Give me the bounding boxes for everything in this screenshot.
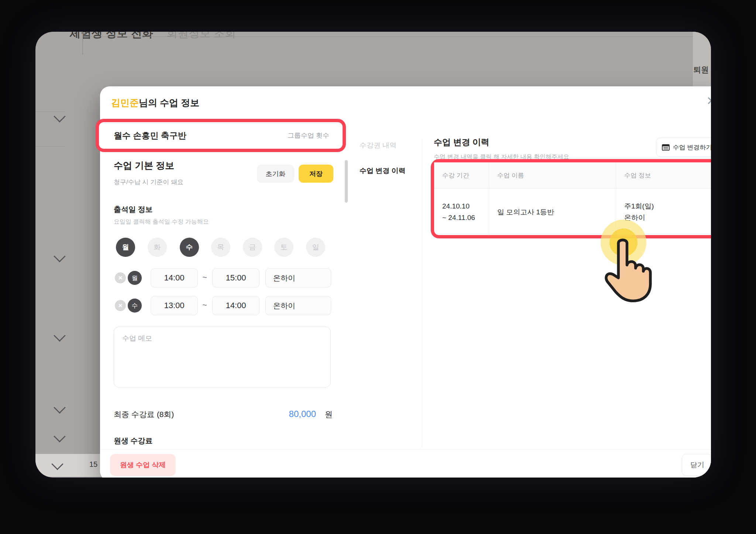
- fee-unit: 원: [325, 409, 333, 420]
- tab-change-history[interactable]: 수업 변경 이력: [360, 166, 406, 176]
- end-time-input[interactable]: 15:00: [212, 268, 260, 287]
- col-name-header: 수업 이름: [489, 162, 616, 188]
- table-row[interactable]: 24.10.10 ~ 24.11.06 일 모의고사 1등반 주1회(일) 온하…: [434, 189, 711, 235]
- final-fee-amount: 80,000: [289, 409, 316, 419]
- change-class-button[interactable]: 수업 변경하기: [656, 138, 711, 157]
- reset-button[interactable]: 초기화: [257, 165, 294, 183]
- place-input[interactable]: 온하이: [265, 268, 331, 287]
- background-divider: [82, 32, 83, 55]
- schedule-day-badge: 수: [128, 299, 142, 313]
- cell-class-name: 일 모의고사 1등반: [489, 189, 616, 235]
- end-time-input[interactable]: 14:00: [212, 296, 260, 315]
- close-icon[interactable]: ×: [707, 93, 711, 108]
- time-separator: ~: [202, 273, 207, 282]
- remove-schedule-icon[interactable]: ×: [115, 300, 126, 311]
- delete-class-button[interactable]: 원생 수업 삭제: [110, 454, 176, 476]
- scrollbar-thumb[interactable]: [345, 160, 348, 203]
- app-screen: 체험생 정보 전화 회원정보 조회 퇴원 이메 학교/ 출석 픽업차 -월-일: [35, 32, 711, 478]
- student-name-highlight: 김민준: [111, 97, 139, 108]
- cell-period: 24.10.10 ~ 24.11.06: [434, 189, 489, 235]
- final-fee-label: 최종 수강료 (8회): [114, 409, 289, 420]
- screenshot-root: 체험생 정보 전화 회원정보 조회 퇴원 이메 학교/ 출석 픽업차 -월-일: [0, 0, 756, 534]
- class-name: 월수 손흥민 축구반: [114, 130, 186, 141]
- place-input[interactable]: 온하이: [265, 296, 331, 315]
- history-title: 수업 변경 이력: [434, 137, 489, 148]
- day-toggle-sun[interactable]: 일: [306, 238, 325, 257]
- remove-schedule-icon[interactable]: ×: [115, 272, 126, 283]
- calendar-icon: [662, 144, 670, 151]
- col-period-header: 수강 기간: [434, 162, 489, 188]
- col-info-header: 수업 정보: [616, 162, 711, 188]
- schedule-day-badge: 월: [128, 271, 142, 285]
- row-number: 15: [89, 460, 97, 469]
- class-info-modal: 김민준님의 수업 정보 × 월수 손흥민 축구반 그룹수업 횟수 수업 기본 정…: [100, 86, 711, 478]
- tab-pass-history[interactable]: 수강권 내역: [360, 141, 396, 150]
- panel-divider: [422, 139, 422, 447]
- group-lesson-count-label: 그룹수업 횟수: [288, 131, 329, 140]
- day-toggle-sat[interactable]: 토: [274, 238, 293, 257]
- chevron-down-icon[interactable]: [54, 402, 66, 414]
- class-banner-highlight[interactable]: 월수 손흥민 축구반 그룹수업 횟수: [96, 119, 346, 152]
- attendance-title: 출석일 정보: [114, 204, 153, 214]
- day-toggle-wed[interactable]: 수: [180, 238, 199, 257]
- day-toggle-fri[interactable]: 금: [243, 238, 262, 257]
- time-separator: ~: [202, 300, 207, 310]
- history-table[interactable]: 수강 기간 수업 이름 수업 정보 24.10.10 ~ 24.11.06 일 …: [434, 162, 711, 235]
- table-header-row: 수강 기간 수업 이름 수업 정보: [434, 162, 711, 189]
- basic-info-subtitle: 청구/수납 시 기준이 돼요: [114, 178, 183, 186]
- footer-divider: [100, 449, 711, 449]
- background-divider: [82, 37, 695, 37]
- bg-label-withdraw: 퇴원: [693, 65, 709, 75]
- background-title: 체험생 정보 전화: [69, 32, 153, 39]
- background-row-line: [35, 146, 65, 147]
- day-toggle-tue[interactable]: 화: [148, 238, 167, 257]
- attendance-subtitle: 요일일 클릭해 출석일 수정 가능해요: [114, 218, 209, 226]
- background-tab: 회원정보 조회: [166, 32, 236, 39]
- class-memo-textarea[interactable]: [114, 327, 331, 387]
- start-time-input[interactable]: 13:00: [151, 296, 198, 315]
- basic-info-title: 수업 기본 정보: [114, 159, 174, 172]
- chevron-down-icon[interactable]: [54, 110, 66, 123]
- history-table-highlight: 수강 기간 수업 이름 수업 정보 24.10.10 ~ 24.11.06 일 …: [431, 159, 711, 238]
- hand-cursor-icon: [599, 237, 662, 305]
- day-toggle-mon[interactable]: 월: [116, 238, 135, 257]
- student-fee-label: 원생 수강료: [114, 436, 153, 446]
- save-button[interactable]: 저장: [299, 165, 333, 183]
- start-time-input[interactable]: 14:00: [151, 268, 198, 287]
- modal-title: 김민준님의 수업 정보: [111, 97, 199, 109]
- final-fee-row: 최종 수강료 (8회) 80,000 원: [114, 409, 333, 420]
- close-button[interactable]: 닫기: [682, 454, 711, 476]
- day-toggle-thu[interactable]: 목: [211, 238, 230, 257]
- chevron-down-icon[interactable]: [54, 430, 66, 442]
- chevron-down-icon[interactable]: [51, 458, 63, 470]
- chevron-down-icon[interactable]: [54, 250, 66, 262]
- chevron-down-icon[interactable]: [54, 330, 66, 342]
